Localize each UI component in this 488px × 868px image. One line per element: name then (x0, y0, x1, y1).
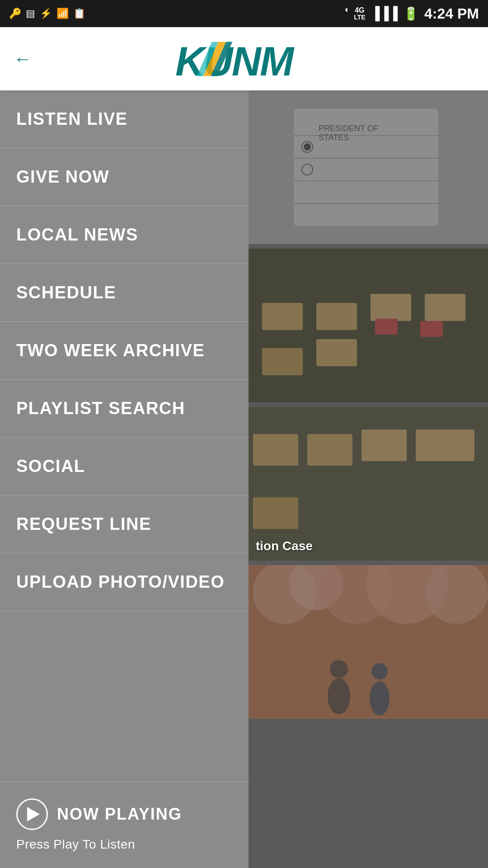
sidebar-menu: LISTEN LIVE GIVE NOW LOCAL NEWS SCHEDULE… (0, 90, 249, 868)
radio-icon: ⚡ (40, 8, 52, 19)
press-play-label: Press Play To Listen (16, 837, 232, 852)
sidebar-item-social[interactable]: SOCIAL (0, 438, 249, 495)
svg-text:KUNM: KUNM (175, 38, 295, 80)
tmobile-icon: 🔑 (9, 8, 21, 19)
status-bar-left-icons: 🔑 ▤ ⚡ 📶 📋 (9, 8, 85, 19)
main-content: LISTEN LIVE GIVE NOW LOCAL NEWS SCHEDULE… (0, 90, 488, 868)
status-bar: 🔑 ▤ ⚡ 📶 📋 ʿ︎ 4G LTE ▐▐▐ 🔋 4:24 PM (0, 0, 488, 27)
now-playing-section[interactable]: NOW PLAYING Press Play To Listen (0, 782, 249, 868)
now-playing-row: NOW PLAYING (16, 798, 232, 830)
sidebar-item-request-line[interactable]: REQUEST LINE (0, 495, 249, 553)
sidebar-item-schedule[interactable]: SCHEDULE (0, 264, 249, 322)
bluetooth-icon: ʿ︎ (345, 7, 348, 21)
sidebar-item-two-week-archive[interactable]: TWO WEEK ARCHIVE (0, 322, 249, 380)
time-display: 4:24 PM (424, 5, 479, 22)
back-button[interactable]: ← (14, 49, 32, 69)
content-overlay (249, 90, 488, 868)
network-label: 4G LTE (354, 7, 365, 20)
sidebar-item-playlist-search[interactable]: PLAYLIST SEARCH (0, 380, 249, 438)
right-content-area: PRESIDENT OF STATES (249, 90, 488, 868)
now-playing-label: NOW PLAYING (57, 805, 182, 824)
sim-icon: ▤ (26, 8, 35, 19)
clipboard-icon: 📋 (73, 8, 85, 19)
news-card-education-label: tion Case (256, 539, 313, 553)
app-header: ← KUNM (0, 27, 488, 90)
signal-bars-icon: ▐▐▐ (371, 6, 398, 21)
play-triangle-icon (27, 807, 40, 821)
status-bar-right-icons: ʿ︎ 4G LTE ▐▐▐ 🔋 4:24 PM (345, 5, 479, 22)
battery-icon: 🔋 (403, 6, 419, 21)
sidebar-item-upload-photo-video[interactable]: UPLOAD PHOTO/VIDEO (0, 553, 249, 611)
wifi-icon: 📶 (56, 8, 69, 19)
sidebar-item-listen-live[interactable]: LISTEN LIVE (0, 90, 249, 148)
sidebar-item-give-now[interactable]: GIVE NOW (0, 148, 249, 206)
play-button[interactable] (16, 798, 48, 830)
sidebar-item-local-news[interactable]: LOCAL NEWS (0, 206, 249, 264)
kunm-logo: KUNM (175, 36, 313, 81)
